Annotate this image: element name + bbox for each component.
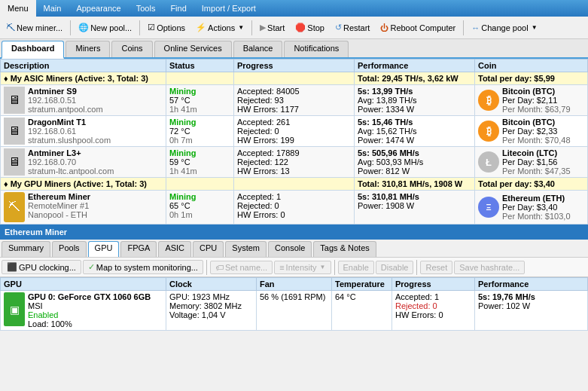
gpu-header-progress (234, 178, 355, 191)
main-table: Description Status Progress Performance … (0, 59, 588, 225)
options-button[interactable]: ☑ Options (143, 20, 190, 35)
new-miner-button[interactable]: ⛏ New miner... (2, 20, 67, 35)
content-area: Description Status Progress Performance … (0, 59, 588, 225)
miner-dragon-desc: 🖥 DragonMint T1 192.168.0.61 stratum.slu… (1, 116, 166, 147)
gpu-row-desc: ▣ GPU 0: GeForce GTX 1060 6GB MSI Enable… (1, 291, 166, 331)
miner-s9-performance: 5s: 13,99 TH/s Avg: 13,89 TH/s Power: 13… (355, 85, 475, 116)
gpu-header-status (166, 178, 234, 191)
table-row: 🖥 Antminer L3+ 192.168.0.70 stratum-ltc.… (1, 147, 588, 178)
miner-l3-ip: 192.168.0.70 (28, 157, 114, 166)
bottom-tab-asic[interactable]: ASIC (158, 241, 191, 257)
asic-header-status (166, 72, 234, 85)
bottom-separator-3 (416, 260, 417, 275)
intensity-button[interactable]: ≡ Intensity ▼ (274, 261, 331, 274)
intensity-icon: ≡ (279, 263, 284, 272)
map-system-icon: ✓ (88, 262, 95, 272)
gpu-row-fan: 56 % (1691 RPM) (257, 291, 332, 331)
col-description: Description (1, 60, 166, 72)
menu-item-menu[interactable]: Menu (0, 0, 36, 17)
stop-button[interactable]: 🛑 Stop (291, 20, 329, 35)
bottom-panel-title: Ethereum Miner (0, 225, 588, 240)
bottom-tab-pools[interactable]: Pools (52, 241, 87, 257)
actions-icon: ⚡ (196, 23, 206, 32)
start-icon: ▶ (260, 23, 266, 32)
menu-item-tools[interactable]: Tools (129, 0, 163, 17)
menu-item-appearance[interactable]: Appearance (69, 0, 128, 17)
bottom-tab-fpga[interactable]: FPGA (120, 241, 157, 257)
save-hashrate-button[interactable]: Save hashrate... (454, 261, 525, 274)
miner-eth-remote: RemoteMiner #1 (28, 201, 90, 210)
toolbar-separator-2 (139, 20, 140, 35)
menu-bar: Menu Main Appearance Tools Find Import /… (0, 0, 588, 17)
col-performance: Performance (355, 60, 475, 72)
btc-icon-2: ₿ (478, 121, 499, 142)
miner-dragon-performance: 5s: 15,46 TH/s Avg: 15,62 TH/s Power: 14… (355, 116, 475, 147)
miner-s9-ip: 192.168.0.51 (28, 96, 103, 105)
bottom-toolbar: ⬛ GPU clocking... ✓ Map to system monito… (0, 258, 588, 277)
miner-dragon-status: Mining 72 °C 0h 7m (166, 116, 234, 147)
miner-s9-pool: stratum.antpool.com (28, 105, 103, 114)
bottom-tab-tags-notes[interactable]: Tags & Notes (313, 241, 376, 257)
tab-notifications[interactable]: Notifications (284, 41, 349, 57)
gpu-row-temp: 64 °C (332, 291, 392, 331)
gpu-rejected: Rejected: 0 (395, 301, 471, 310)
miner-l3-progress: Accepted: 17889 Rejected: 122 HW Errors:… (234, 147, 355, 178)
tab-coins[interactable]: Coins (111, 41, 152, 57)
tab-miners[interactable]: Miners (66, 41, 110, 57)
tab-balance[interactable]: Balance (233, 41, 283, 57)
tab-online-services[interactable]: Online Services (154, 41, 232, 57)
miner-l3-coin: Ł Litecoin (LTC) Per Day: $1,56 Per Mont… (475, 147, 588, 178)
bottom-tab-gpu[interactable]: GPU (88, 241, 120, 257)
table-row: ▣ GPU 0: GeForce GTX 1060 6GB MSI Enable… (1, 291, 588, 331)
asic-icon: 🖥 (4, 87, 25, 114)
gpu-col-progress: Progress (392, 278, 475, 291)
change-pool-dropdown-arrow: ▼ (532, 24, 538, 31)
gpu-row-progress: Accepted: 1 Rejected: 0 HW Errors: 0 (392, 291, 475, 331)
gpu-table: GPU Clock Fan Temperature Progress Perfo… (0, 277, 588, 331)
miner-eth-performance: 5s: 310,81 MH/s Power: 1908 W (355, 191, 475, 225)
table-row: 🖥 DragonMint T1 192.168.0.61 stratum.slu… (1, 116, 588, 147)
asic-total-day: Total per day: $5,99 (475, 72, 588, 85)
menu-item-import-export[interactable]: Import / Export (194, 0, 264, 17)
stop-icon: 🛑 (295, 23, 306, 32)
restart-icon: ↺ (335, 23, 342, 32)
bottom-separator-1 (206, 260, 207, 275)
gpu-total-perf: Total: 310,81 MH/s, 1908 W (355, 178, 475, 191)
reboot-button[interactable]: ⏻ Reboot Computer (376, 21, 460, 35)
bottom-tabs: Summary Pools GPU FPGA ASIC CPU System C… (0, 240, 588, 258)
gpu-status: Enabled (28, 310, 151, 319)
miner-eth-pool: Nanopool - ETH (28, 210, 90, 219)
gpu-clocking-button[interactable]: ⬛ GPU clocking... (2, 260, 81, 274)
miner-s9-progress: Accepted: 84005 Rejected: 93 HW Errors: … (234, 85, 355, 116)
miner-s9-coin: ₿ Bitcoin (BTC) Per Day: $2,11 Per Month… (475, 85, 588, 116)
bottom-tab-system[interactable]: System (225, 241, 267, 257)
gpu-brand: MSI (28, 301, 151, 310)
bottom-tab-cpu[interactable]: CPU (193, 241, 224, 257)
miner-eth-desc: ⛏ Ethereum Miner RemoteMiner #1 Nanopool… (1, 191, 166, 225)
gpu-section-header: ♦ My GPU Miners (Active: 1, Total: 3) To… (1, 178, 588, 191)
actions-button[interactable]: ⚡ Actions ▼ (191, 20, 248, 35)
toolbar-separator-3 (251, 20, 252, 35)
tab-dashboard[interactable]: Dashboard (2, 41, 64, 59)
bottom-tab-summary[interactable]: Summary (2, 241, 50, 257)
new-pool-button[interactable]: 🌐 New pool... (74, 20, 136, 35)
ltc-icon: Ł (478, 151, 499, 173)
actions-dropdown-arrow: ▼ (238, 24, 244, 31)
asic-total-perf: Total: 29,45 TH/s, 3,62 kW (355, 72, 475, 85)
miner-dragon-name: DragonMint T1 (28, 118, 111, 127)
reboot-icon: ⏻ (380, 23, 388, 32)
bottom-tab-console[interactable]: Console (268, 241, 312, 257)
miner-l3-desc: 🖥 Antminer L3+ 192.168.0.70 stratum-ltc.… (1, 147, 166, 178)
menu-item-find[interactable]: Find (163, 0, 193, 17)
change-pool-icon: ↔ (471, 23, 480, 32)
change-pool-button[interactable]: ↔ Change pool ▼ (467, 21, 541, 35)
enable-button[interactable]: Enable (338, 261, 374, 274)
toolbar-separator-1 (70, 20, 71, 35)
set-name-button[interactable]: 🏷 Set name... (210, 261, 273, 274)
map-to-system-button[interactable]: ✓ Map to system monitoring... (83, 260, 203, 274)
reset-button[interactable]: Reset (420, 261, 452, 274)
menu-item-main[interactable]: Main (36, 0, 69, 17)
start-button[interactable]: ▶ Start (255, 20, 289, 35)
restart-button[interactable]: ↺ Restart (331, 20, 374, 35)
disable-button[interactable]: Disable (376, 261, 414, 274)
